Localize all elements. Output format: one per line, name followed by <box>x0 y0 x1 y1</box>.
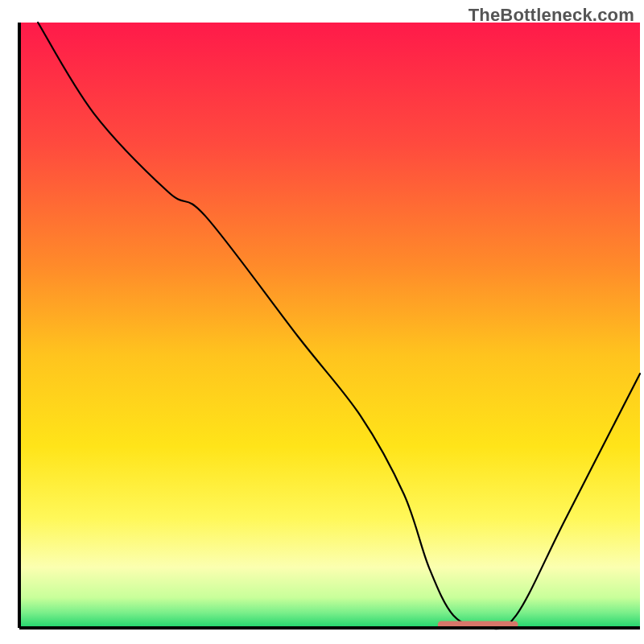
bottleneck-chart <box>0 0 644 644</box>
gradient-background <box>19 23 640 628</box>
chart-container: { "watermark": "TheBottleneck.com", "cha… <box>0 0 644 644</box>
watermark-text: TheBottleneck.com <box>469 5 634 26</box>
